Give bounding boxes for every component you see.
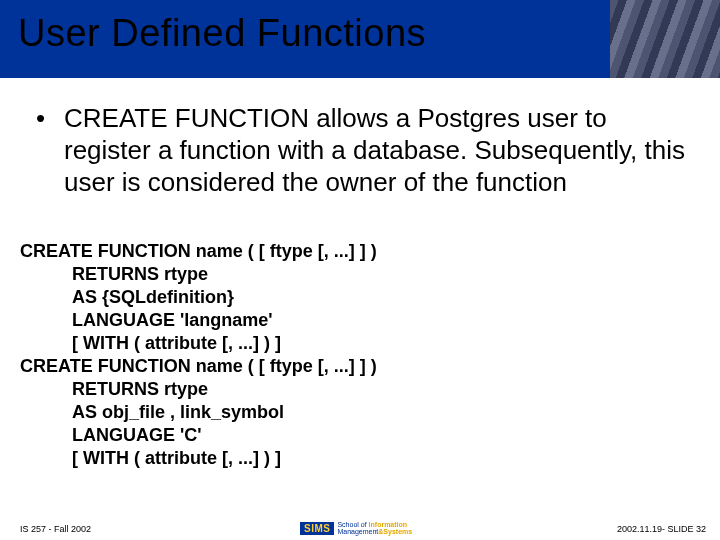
logo-line1: School of Information [337,521,407,528]
logo-line2b: &Systems [378,528,412,535]
code-line: AS obj_file , link_symbol [20,401,700,424]
slide: User Defined Functions • CREATE FUNCTION… [0,0,720,540]
footer-left: IS 257 - Fall 2002 [20,524,91,534]
footer-right: 2002.11.19- SLIDE 32 [617,524,706,534]
logo-text: School of Information Management&Systems [337,521,412,535]
bullet-text: CREATE FUNCTION allows a Postgres user t… [64,102,686,198]
footer-logo: SIMS School of Information Management&Sy… [300,520,420,536]
bullet-marker: • [36,102,64,198]
code-line: RETURNS rtype [20,263,700,286]
code-line: RETURNS rtype [20,378,700,401]
logo-line2a: Management [337,528,378,535]
code-line: LANGUAGE 'C' [20,424,700,447]
code-line: AS {SQLdefinition} [20,286,700,309]
code-line: CREATE FUNCTION name ( [ ftype [, ...] ]… [20,240,700,263]
logo-abbr: SIMS [300,522,334,535]
code-line: [ WITH ( attribute [, ...] ) ] [20,447,700,470]
bullet-block: • CREATE FUNCTION allows a Postgres user… [36,102,686,198]
code-block: CREATE FUNCTION name ( [ ftype [, ...] ]… [20,240,700,470]
code-line: [ WITH ( attribute [, ...] ) ] [20,332,700,355]
slide-title: User Defined Functions [18,12,426,55]
code-line: CREATE FUNCTION name ( [ ftype [, ...] ]… [20,355,700,378]
code-line: LANGUAGE 'langname' [20,309,700,332]
footer: IS 257 - Fall 2002 SIMS School of Inform… [0,518,720,540]
decorative-photo [610,0,720,78]
